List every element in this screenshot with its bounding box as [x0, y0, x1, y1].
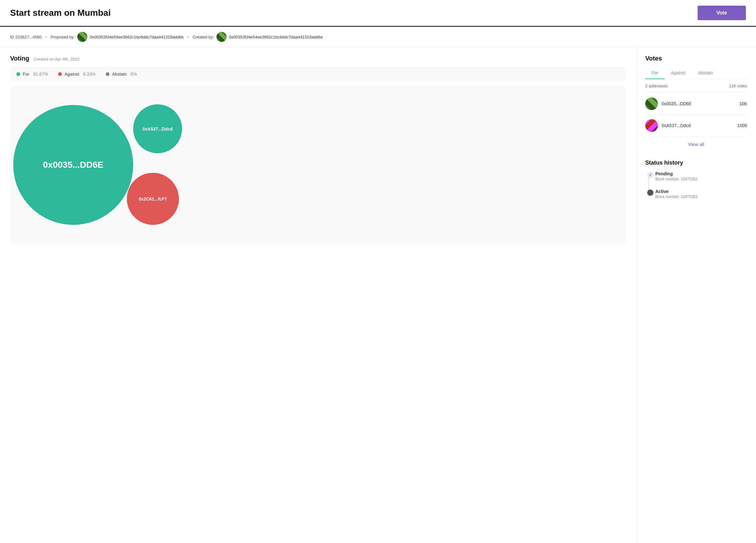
voter-left-1: 0x0035...DD6E	[645, 97, 692, 110]
timeline-dot-active	[647, 190, 653, 196]
voting-section-title: Voting	[10, 55, 29, 62]
creator-avatar	[216, 32, 227, 42]
creator-address: 0x00353f34e54ee3662c1bc6ddc7daa441319add…	[229, 35, 323, 39]
checkmark-icon: ✓	[649, 173, 652, 177]
dot-separator-1: •	[45, 35, 47, 39]
voter-address-2: 0xA537...Ddcd	[662, 123, 691, 128]
voter-avatar-image-1	[645, 97, 658, 110]
timeline-item-active: Active Block number: 10475353	[655, 189, 747, 199]
legend-abstain: Abstain 0%	[106, 72, 137, 77]
proposer-avatar-image	[77, 32, 87, 42]
dot-separator-2: •	[187, 35, 189, 39]
for-dot	[16, 72, 20, 76]
votes-summary: 2 addresses 11K votes	[645, 79, 747, 93]
page-header: Start stream on Mumbai Vote	[0, 0, 756, 27]
status-history-section: Status history ✓ Pending Block number: 1…	[645, 160, 747, 199]
timeline: ✓ Pending Block number: 10475352 Active …	[645, 171, 747, 199]
page-title: Start stream on Mumbai	[10, 8, 111, 18]
view-all-row: View all	[645, 137, 747, 152]
proposal-id: ID 223627...4560	[10, 35, 42, 39]
left-panel: Voting Created on Apr 9th, 2022 For 91.6…	[0, 47, 636, 543]
proposer-avatar	[77, 32, 87, 42]
voter-avatar-2	[645, 119, 658, 132]
bubble-for-small: 0xA537...Ddcd	[133, 104, 182, 153]
against-label: Against	[64, 72, 79, 77]
right-panel: Votes For Against Abstain 2 addresses 11…	[636, 47, 756, 543]
against-dot	[58, 72, 62, 76]
voter-votes-2: 1000	[737, 123, 747, 128]
creator-avatar-image	[216, 32, 227, 42]
view-all-link[interactable]: View all	[688, 142, 704, 147]
bubble-against: 0x2C61...fcF7	[127, 173, 179, 225]
votes-title: Votes	[645, 55, 747, 62]
vote-button[interactable]: Vote	[698, 6, 746, 20]
timeline-label-active: Active	[655, 189, 747, 194]
voter-left-2: 0xA537...Ddcd	[645, 119, 691, 132]
votes-section: Votes For Against Abstain 2 addresses 11…	[645, 55, 747, 152]
main-layout: Voting Created on Apr 9th, 2022 For 91.6…	[0, 47, 756, 543]
abstain-dot	[106, 72, 109, 76]
timeline-label-pending: Pending	[655, 171, 747, 176]
voting-created-label: Created on Apr 9th, 2022	[34, 57, 80, 62]
timeline-item-pending: ✓ Pending Block number: 10475352	[655, 171, 747, 181]
votes-tabs: For Against Abstain	[645, 67, 747, 79]
legend-for: For 91.67%	[16, 72, 48, 77]
voting-header: Voting Created on Apr 9th, 2022	[10, 55, 626, 62]
meta-bar: ID 223627...4560 • Proposed by: 0x00353f…	[0, 27, 756, 47]
legend-against: Against 8.33%	[58, 72, 95, 77]
status-history-title: Status history	[645, 160, 747, 166]
total-votes: 11K votes	[729, 84, 747, 88]
proposer-address: 0x00353f34e54ee3662c1bc6ddc7daa441319add…	[90, 35, 184, 39]
abstain-pct: 0%	[131, 72, 137, 77]
tab-abstain[interactable]: Abstain	[692, 67, 719, 79]
created-by-label: Created by:	[193, 35, 214, 39]
voter-avatar-1	[645, 97, 658, 110]
bubble-for-large: 0x0035...DD6E	[13, 105, 133, 225]
abstain-label: Abstain	[112, 72, 127, 77]
for-pct: 91.67%	[33, 72, 48, 77]
addresses-count: 2 addresses	[645, 84, 668, 88]
voter-avatar-image-2	[645, 119, 658, 132]
tab-against[interactable]: Against	[664, 67, 692, 79]
tab-for[interactable]: For	[645, 67, 664, 79]
voter-votes-1: 10K	[739, 101, 747, 106]
timeline-sub-active: Block number: 10475353	[655, 195, 747, 199]
voter-row-1: 0x0035...DD6E 10K	[645, 93, 747, 115]
voter-address-1: 0x0035...DD6E	[662, 101, 692, 106]
voting-legend: For 91.67% Against 8.33% Abstain 0%	[10, 67, 626, 81]
proposed-by-label: Proposed by:	[50, 35, 75, 39]
timeline-dot-pending: ✓	[647, 172, 653, 178]
voter-row-2: 0xA537...Ddcd 1000	[645, 115, 747, 137]
against-pct: 8.33%	[83, 72, 96, 77]
for-label: For	[23, 72, 29, 77]
timeline-sub-pending: Block number: 10475352	[655, 177, 747, 181]
bubble-chart: 0x0035...DD6E 0xA537...Ddcd 0x2C61...fcF…	[10, 86, 626, 244]
